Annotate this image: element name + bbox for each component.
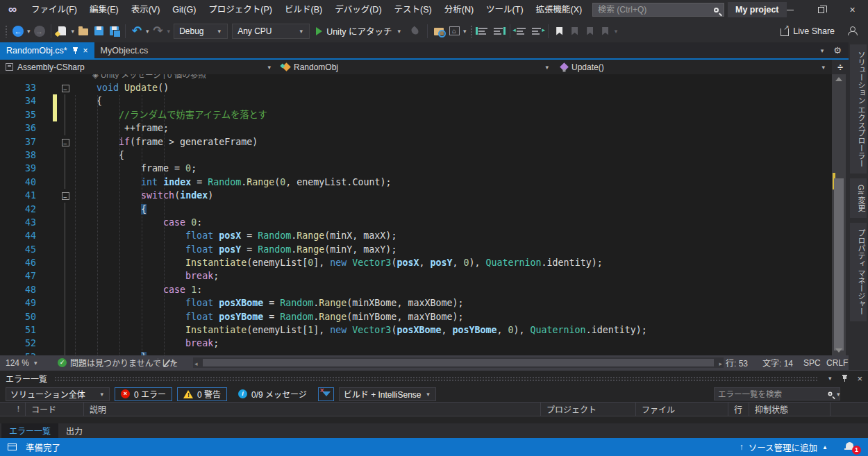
type-dropdown[interactable]: RandomObj ▾ bbox=[278, 60, 556, 74]
quick-search[interactable] bbox=[592, 3, 724, 17]
code-line[interactable]: 40 int index = Random.Range(0, enemyList… bbox=[0, 176, 832, 189]
new-file-button[interactable] bbox=[55, 23, 70, 40]
comment-button[interactable] bbox=[476, 23, 491, 40]
code-line[interactable]: 45 float posY = Random.Range(minY, maxY)… bbox=[0, 243, 832, 256]
scroll-down-arrow[interactable] bbox=[835, 348, 842, 353]
side-tool-window-tab[interactable]: ソリューション エクスプローラー bbox=[850, 44, 867, 174]
column-header[interactable]: コード bbox=[25, 403, 83, 416]
code-editor[interactable]: ◈ Unity メッセージ | 0 個の参照 33 void Update()3… bbox=[0, 74, 832, 355]
close-icon[interactable]: × bbox=[83, 47, 88, 55]
panel-drag-grip[interactable] bbox=[54, 376, 818, 381]
editor-horizontal-scrollbar[interactable]: ◂ ▸ bbox=[193, 357, 724, 368]
code-line[interactable]: 50 float posYBome = Random.Range(minYBom… bbox=[0, 310, 832, 323]
maximize-button[interactable] bbox=[806, 0, 837, 19]
menu-item[interactable]: デバッグ(D) bbox=[328, 0, 387, 19]
solution-platforms-dropdown[interactable]: Any CPU▾ bbox=[232, 24, 310, 39]
code-line[interactable]: 52 break; bbox=[0, 337, 832, 350]
code-line[interactable]: 34 { bbox=[0, 94, 832, 108]
document-tab[interactable]: RandomObj.cs*× bbox=[0, 42, 94, 58]
code-line[interactable]: 47 break; bbox=[0, 269, 832, 282]
line-ending-indicator[interactable]: CRLF bbox=[826, 355, 848, 370]
next-bookmark-button[interactable] bbox=[583, 23, 598, 40]
code-line[interactable]: 33 void Update() bbox=[0, 81, 832, 94]
code-line[interactable]: 39 frame = 0; bbox=[0, 162, 832, 175]
add-to-source-control-button[interactable]: ↑ ソース管理に追加 ▲ bbox=[740, 441, 828, 454]
code-line[interactable]: 42 { bbox=[0, 203, 832, 216]
code-line[interactable]: 36 ++frame; bbox=[0, 121, 832, 135]
menu-item[interactable]: ビルド(B) bbox=[278, 0, 328, 19]
hot-reload-icon[interactable] bbox=[410, 26, 420, 35]
column-header[interactable]: 抑制状態 bbox=[749, 403, 830, 416]
code-line[interactable]: 49 float posXBome = Random.Range(minXBom… bbox=[0, 296, 832, 310]
code-cleanup-button[interactable]: ▾ bbox=[167, 355, 178, 370]
preview-window-button[interactable]: ⌂ bbox=[446, 23, 462, 40]
project-dropdown[interactable]: Assembly-CSharp ▾ bbox=[0, 60, 278, 74]
zoom-dropdown[interactable]: 124 %▾ bbox=[6, 355, 39, 370]
error-list-body[interactable] bbox=[0, 416, 868, 423]
menu-item[interactable]: 表示(V) bbox=[125, 0, 167, 19]
code-line[interactable]: 53 } bbox=[0, 351, 832, 355]
close-button[interactable]: × bbox=[837, 0, 868, 19]
column-header[interactable]: 説明 bbox=[83, 403, 540, 416]
undo-dropdown[interactable]: ▾ bbox=[144, 28, 151, 35]
uncomment-button[interactable] bbox=[491, 23, 506, 40]
increase-indent-button[interactable] bbox=[529, 23, 544, 40]
toolbar-overflow[interactable]: ▾ bbox=[613, 28, 619, 35]
document-health-indicator[interactable]: ✓問題は見つかりませんでした bbox=[58, 355, 178, 370]
minimize-button[interactable] bbox=[774, 0, 806, 19]
decrease-indent-button[interactable] bbox=[514, 23, 529, 40]
navigate-back-button[interactable]: ← bbox=[10, 23, 26, 40]
error-list-search[interactable]: ▾ bbox=[714, 387, 840, 400]
code-line[interactable]: 35 //ランダムで妨害アイテムを落とす bbox=[0, 108, 832, 121]
solution-configurations-dropdown[interactable]: Debug▾ bbox=[174, 24, 228, 39]
code-line[interactable]: 37 if(frame > generateFrame) bbox=[0, 135, 832, 149]
preview-window-dropdown[interactable]: ▾ bbox=[462, 28, 468, 35]
codelens-indicator[interactable]: ◈ Unity メッセージ | 0 個の参照 bbox=[0, 74, 832, 81]
menu-item[interactable]: 分析(N) bbox=[438, 0, 480, 19]
save-all-button[interactable] bbox=[106, 23, 122, 40]
menu-item[interactable]: Git(G) bbox=[166, 0, 202, 19]
severity-column-header[interactable]: ! bbox=[0, 405, 25, 413]
attach-to-unity-button[interactable]: Unity にアタッチ▾ bbox=[312, 23, 406, 40]
build-intellisense-dropdown[interactable]: ビルド + IntelliSense▾ bbox=[339, 387, 436, 401]
hscrollbar-thumb[interactable] bbox=[203, 359, 714, 366]
notifications-button[interactable]: 1 bbox=[844, 440, 860, 454]
column-header[interactable]: 行 bbox=[728, 403, 749, 416]
multi-filter-button[interactable] bbox=[318, 387, 334, 401]
live-share-button[interactable]: Live Share bbox=[781, 26, 835, 36]
scrollbar-thumb[interactable] bbox=[834, 178, 844, 351]
new-file-dropdown[interactable]: ▾ bbox=[70, 28, 76, 35]
save-button[interactable] bbox=[91, 23, 106, 40]
clear-bookmarks-button[interactable] bbox=[598, 23, 613, 40]
panel-menu-dropdown[interactable]: ▾ bbox=[827, 375, 833, 382]
toggle-bookmark-button[interactable] bbox=[552, 23, 567, 40]
toolbar-grip[interactable] bbox=[470, 25, 474, 37]
undo-button[interactable]: ↶ bbox=[129, 23, 144, 40]
document-tab[interactable]: MyObject.cs bbox=[94, 42, 155, 58]
code-line[interactable]: 51 Instantiate(enemyList[1], new Vector3… bbox=[0, 323, 832, 337]
prev-bookmark-button[interactable] bbox=[567, 23, 583, 40]
side-tool-window-tab[interactable]: Git 変更 bbox=[850, 178, 867, 218]
pin-icon[interactable] bbox=[842, 374, 848, 382]
menu-item[interactable]: 拡張機能(X) bbox=[530, 0, 589, 19]
redo-dropdown[interactable]: ▾ bbox=[166, 28, 172, 35]
redo-button[interactable]: ↷ bbox=[151, 23, 166, 40]
scroll-up-arrow[interactable] bbox=[835, 77, 842, 81]
column-header[interactable]: プロジェクト bbox=[540, 403, 635, 416]
gear-icon[interactable]: ⚙ bbox=[833, 45, 842, 56]
navigate-back-dropdown[interactable]: ▾ bbox=[26, 28, 32, 35]
column-header[interactable]: ファイル bbox=[635, 403, 728, 416]
editor-vertical-scrollbar[interactable] bbox=[832, 74, 846, 355]
errors-filter-button[interactable]: ×0 エラー bbox=[115, 387, 172, 401]
scroll-left-arrow[interactable]: ◂ bbox=[194, 360, 198, 367]
menu-item[interactable]: ファイル(F) bbox=[25, 0, 83, 19]
scope-dropdown[interactable]: ソリューション全体▾ bbox=[6, 387, 110, 401]
code-line[interactable]: 46 Instantiate(enemyList[0], new Vector3… bbox=[0, 256, 832, 269]
pin-icon[interactable] bbox=[72, 47, 78, 55]
panel-close-icon[interactable]: × bbox=[857, 373, 862, 384]
error-search-input[interactable] bbox=[718, 390, 825, 398]
fold-toggle-icon[interactable] bbox=[57, 135, 74, 149]
code-line[interactable]: 41 switch(index) bbox=[0, 189, 832, 202]
menu-item[interactable]: 編集(E) bbox=[83, 0, 125, 19]
warnings-filter-button[interactable]: 0 警告 bbox=[177, 387, 227, 401]
